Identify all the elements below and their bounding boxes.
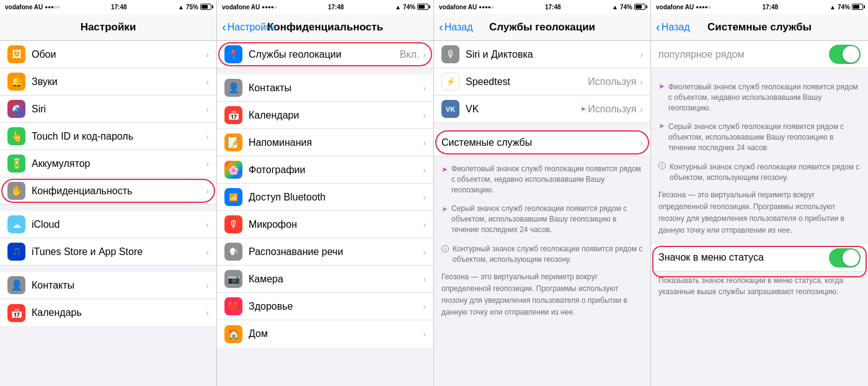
privacy-list: 📍 Службы геолокации Вкл. › 👤 Контакты › …	[217, 41, 433, 386]
back-chevron-geo: ‹	[439, 20, 443, 34]
geo-info-gray: ➤ Серый значок служб геолокации появится…	[434, 201, 650, 237]
back-chevron-privacy: ‹	[222, 20, 226, 34]
popular-toggle[interactable]	[829, 45, 861, 64]
back-button-system[interactable]: ‹ Назад	[656, 20, 690, 34]
privacy-item-bluetooth[interactable]: 📶 Доступ Bluetooth ›	[217, 184, 433, 211]
mic-chevron: ›	[423, 220, 426, 230]
nav-title-geo: Службы геолокации	[489, 21, 595, 34]
photos-icon: 🌸	[224, 161, 242, 179]
location-icon: 📍	[224, 45, 242, 63]
privacy-chevron: ›	[206, 186, 209, 196]
system-label: Системные службы	[441, 137, 640, 148]
health-icon: ❤️	[224, 297, 242, 315]
geo-item-vk[interactable]: VK VK ➤ Используя ›	[434, 96, 650, 123]
status-menu-toggle[interactable]	[829, 248, 861, 267]
panel-settings: vodafone AU ●●●○○ 17:48 ▲ 75% Настройки …	[0, 0, 217, 386]
carrier-4: vodafone AU	[656, 4, 694, 11]
carrier-3: vodafone AU	[439, 4, 477, 11]
nav-bar-geo: ‹ Назад Службы геолокации	[434, 14, 650, 41]
signal-icon-1: ●●●○○	[45, 4, 60, 10]
sys-outline-arrow-icon: ›	[658, 162, 666, 169]
nav-title-system: Системные службы	[707, 21, 812, 34]
privacy-item-contacts[interactable]: 👤 Контакты ›	[217, 74, 433, 102]
outline-arrow-icon: ›	[441, 245, 449, 253]
status-left-1: vodafone AU ●●●○○	[5, 4, 60, 11]
vk-chevron: ›	[640, 104, 643, 114]
privacy-item-mic[interactable]: 🎙 Микрофон ›	[217, 211, 433, 238]
settings-item-touchid[interactable]: 👆 Touch ID и код-пароль ›	[0, 123, 216, 150]
itunes-icon: 🎵	[7, 243, 25, 261]
settings-item-calendar[interactable]: 📅 Календарь ›	[0, 299, 216, 326]
settings-item-battery[interactable]: 🔋 Аккумулятор ›	[0, 150, 216, 177]
battery-label: Аккумулятор	[32, 158, 206, 169]
nav-title-privacy: Конфиденциальность	[267, 21, 383, 34]
speech-icon: 🗣	[224, 243, 242, 261]
settings-item-itunes[interactable]: 🎵 iTunes Store и App Store ›	[0, 238, 216, 266]
status-menu-item[interactable]: Значок в меню статуса	[651, 245, 868, 272]
bluetooth-label: Доступ Bluetooth	[249, 192, 423, 203]
settings-item-siri[interactable]: 🌊 Siri ›	[0, 96, 216, 123]
sys-info-outline-text: Контурный значок служб геолокации появит…	[670, 162, 861, 183]
calendars-icon: 📅	[224, 106, 242, 124]
geo-item-speedtest[interactable]: ⚡ Speedtest Используя ›	[434, 68, 650, 96]
sep-1	[0, 205, 216, 211]
privacy-item-location[interactable]: 📍 Службы геолокации Вкл. ›	[217, 41, 433, 68]
status-right-1: ▲ 75%	[178, 4, 211, 11]
health-chevron: ›	[423, 302, 426, 312]
back-label-system: Назад	[662, 22, 690, 33]
system-item-popular[interactable]: популярное рядом	[651, 41, 868, 68]
nav-title-settings: Настройки	[81, 21, 136, 34]
carrier-1: vodafone AU	[5, 4, 43, 11]
privacy-item-home[interactable]: 🏠 Дом ›	[217, 320, 433, 348]
system-list: популярное рядом ➤ Фиолетовый значок слу…	[651, 41, 868, 386]
settings-item-contacts[interactable]: 👤 Контакты ›	[0, 272, 216, 299]
contacts-icon: 👤	[7, 276, 25, 294]
mic-icon: 🎙	[224, 215, 242, 233]
battery-icon-3	[634, 4, 645, 10]
geo-siri-chevron: ›	[640, 50, 643, 60]
back-button-geo[interactable]: ‹ Назад	[439, 20, 473, 34]
privacy-item-photos[interactable]: 🌸 Фотографии ›	[217, 156, 433, 184]
back-button-privacy[interactable]: ‹ Настройки	[222, 20, 276, 34]
privacy-item-camera[interactable]: 📷 Камера ›	[217, 266, 433, 293]
privacy-item-reminders[interactable]: 📝 Напоминания ›	[217, 129, 433, 156]
privacy-item-speech[interactable]: 🗣 Распознавание речи ›	[217, 238, 433, 266]
speech-label: Распознавание речи	[249, 246, 423, 258]
settings-item-wallpaper[interactable]: 🖼 Обои ›	[0, 41, 216, 68]
reminders-icon: 📝	[224, 133, 242, 151]
geo-list: 🎙 Siri и Диктовка › ⚡ Speedtest Использу…	[434, 41, 650, 386]
settings-item-privacy[interactable]: ✋ Конфиденциальность ›	[0, 177, 216, 205]
geo-info-gray-text: Серый значок служб геолокации появится р…	[451, 204, 643, 235]
privacy-contacts-icon: 👤	[224, 79, 242, 97]
back-label-geo: Назад	[445, 22, 473, 33]
vk-label: VK	[466, 104, 580, 115]
privacy-item-calendars[interactable]: 📅 Календари ›	[217, 102, 433, 129]
battery-icon-4	[852, 4, 863, 10]
calendars-chevron: ›	[423, 110, 426, 120]
privacy-item-health[interactable]: ❤️ Здоровье ›	[217, 293, 433, 320]
siri-label: Siri	[32, 104, 206, 115]
settings-item-sounds[interactable]: 🔔 Звуки ›	[0, 68, 216, 96]
settings-item-icloud[interactable]: ☁ iCloud ›	[0, 211, 216, 238]
wallpaper-label: Обои	[32, 49, 206, 60]
system-chevron: ›	[640, 138, 643, 148]
carrier-2: vodafone AU	[222, 4, 260, 11]
back-chevron-system: ‹	[656, 20, 660, 34]
purple-arrow-icon: ➤	[441, 165, 448, 174]
geo-info-section: ➤ Фиолетовый значок служб геолокации поя…	[434, 156, 650, 326]
sys-purple-arrow-icon: ➤	[658, 82, 665, 91]
status-bar-2: vodafone AU ●●●●○ 17:48 ▲ 74%	[217, 0, 433, 14]
geo-item-system[interactable]: Системные службы ›	[434, 129, 650, 156]
status-right-4: ▲ 74%	[830, 4, 863, 11]
battery-icon-2	[417, 4, 428, 10]
status-right-3: ▲ 74%	[612, 4, 645, 11]
battery-1: 75%	[186, 4, 198, 11]
home-icon: 🏠	[224, 325, 242, 343]
sys-info-gray-text: Серый значок служб геолокации появится р…	[668, 122, 861, 153]
vk-icon: VK	[441, 100, 459, 118]
speedtest-value: Используя	[588, 76, 636, 88]
sys-info-gray: ➤ Серый значок служб геолокации появится…	[651, 119, 868, 155]
geo-item-siri[interactable]: 🎙 Siri и Диктовка ›	[434, 41, 650, 68]
battery-chevron: ›	[206, 159, 209, 169]
battery-2: 74%	[403, 4, 415, 11]
